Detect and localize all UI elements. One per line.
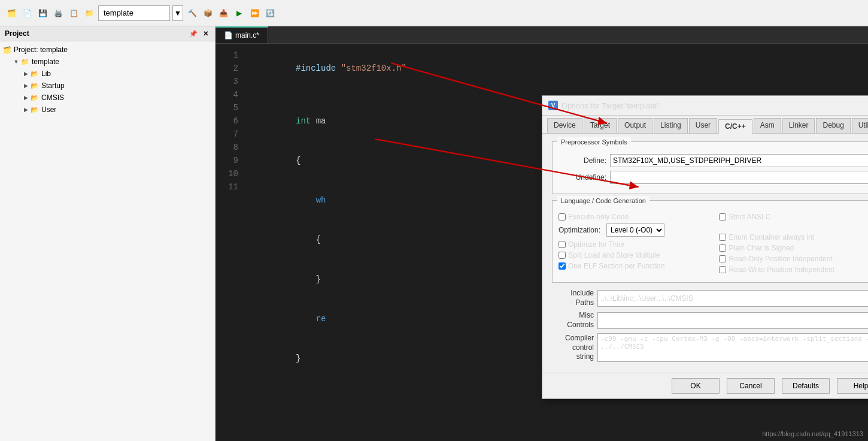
tab-target[interactable]: Target	[584, 118, 617, 133]
dialog-title-text: Options for Target 'template'	[562, 101, 658, 110]
tab-utilities[interactable]: Utilities	[852, 118, 868, 133]
pin-icon[interactable]: 📌	[189, 29, 198, 38]
col-mid: Strict ANSI C Enum Container always int …	[719, 213, 868, 276]
cmsis-folder-icon: 📂	[30, 93, 40, 102]
ok-button[interactable]: OK	[672, 378, 720, 394]
define-input[interactable]	[610, 154, 868, 167]
toolbar-build-icon[interactable]: 🔨	[186, 7, 199, 20]
user-label: User	[41, 105, 56, 114]
tab-output[interactable]: Output	[618, 118, 652, 133]
options-dialog: V Options for Target 'template' ✕ Device…	[542, 95, 868, 399]
tree-user[interactable]: ▶ 📂 User	[2, 104, 213, 116]
toolbar-icon-3[interactable]: 💾	[36, 7, 49, 20]
toolbar-icon-7[interactable]: 📦	[201, 7, 214, 20]
tab-device[interactable]: Device	[547, 118, 582, 133]
toolbar-icon-4[interactable]: 🖨️	[51, 7, 65, 20]
cmsis-expander[interactable]: ▶	[22, 93, 30, 102]
preprocessor-section: Preprocessor Symbols Define: Undefine:	[552, 141, 868, 194]
tab-label: main.c*	[235, 31, 259, 40]
project-title-dropdown[interactable]: ▼	[172, 5, 183, 21]
template-expander[interactable]: ▼	[12, 58, 20, 66]
define-row: Define:	[559, 154, 868, 167]
defaults-button[interactable]: Defaults	[782, 378, 830, 394]
tab-asm[interactable]: Asm	[754, 118, 781, 133]
toolbar-icon-8[interactable]: 📥	[217, 7, 230, 20]
template-folder-icon: 📁	[20, 57, 30, 67]
compiler-control-value: -c99 -gnu -c -cpu Cortex-M3 -g -O0 -apcs…	[597, 333, 868, 362]
tree-template[interactable]: ▼ 📁 template	[2, 56, 213, 68]
tree-project-root[interactable]: 🗂️ Project: template	[2, 44, 213, 56]
watermark: https://blog.csdn.net/qq_41911313	[762, 430, 863, 437]
cb-enum-container: Enum Container always int	[719, 233, 868, 241]
tab-debug[interactable]: Debug	[816, 118, 850, 133]
tree-lib[interactable]: ▶ 📂 Lib	[2, 68, 213, 80]
tab-user[interactable]: User	[689, 118, 717, 133]
strict-ansi-checkbox[interactable]	[719, 213, 726, 220]
execute-only-checkbox[interactable]	[559, 213, 566, 220]
user-folder-icon: 📂	[30, 105, 40, 114]
line-numbers: 1 2 3 4 5 6 7 8 9 10 11	[216, 49, 245, 404]
read-only-label: Read-Only Position Independent	[729, 255, 832, 263]
toolbar-icon-10[interactable]: 🔃	[263, 7, 277, 20]
lib-label: Lib	[41, 70, 51, 78]
cb-split-load: Split Load and Store Multiple	[559, 251, 712, 259]
plain-char-label: Plain Char is Signed	[729, 244, 794, 252]
read-write-checkbox[interactable]	[719, 266, 726, 273]
toolbar-icon-1[interactable]: 🗂️	[5, 7, 18, 20]
lib-folder-icon: 📂	[30, 69, 40, 78]
optimize-time-label: Optimize for Time	[568, 240, 624, 249]
read-only-checkbox[interactable]	[719, 255, 726, 262]
dialog-title-left: V Options for Target 'template'	[548, 101, 658, 110]
toolbar-icon-5[interactable]: 📋	[67, 7, 80, 20]
startup-label: Startup	[41, 81, 65, 90]
undefine-label: Undefine:	[559, 173, 606, 182]
lang-body: Execute-only Code Optimization: Level 0 …	[553, 210, 868, 282]
misc-controls-input[interactable]	[597, 312, 868, 329]
dialog-title-icon: V	[548, 101, 558, 110]
close-panel-icon[interactable]: ✕	[201, 29, 210, 38]
tab-main-c[interactable]: 📄 main.c*	[216, 26, 268, 43]
cancel-button[interactable]: Cancel	[727, 378, 775, 394]
toolbar-icon-6[interactable]: 📁	[83, 7, 96, 20]
tab-cc[interactable]: C/C++	[718, 119, 752, 134]
misc-controls-row: Misc Controls	[552, 311, 868, 330]
compiler-control-label: Compiler control string	[552, 334, 594, 362]
cb-execute-only: Execute-only Code	[559, 213, 712, 221]
cb-read-only: Read-Only Position Independent	[719, 255, 868, 263]
cb-read-write: Read-Write Position Independent	[719, 265, 868, 274]
one-elf-label: One ELF Section per Function	[568, 262, 664, 270]
optimize-time-checkbox[interactable]	[559, 241, 566, 248]
panel-header: Project 📌 ✕	[0, 26, 215, 41]
lib-expander[interactable]: ▶	[22, 70, 30, 78]
tab-linker[interactable]: Linker	[782, 118, 815, 133]
panel-header-icons: 📌 ✕	[189, 29, 210, 38]
cmsis-label: CMSIS	[41, 93, 64, 102]
execute-only-label: Execute-only Code	[568, 213, 629, 221]
enum-container-checkbox[interactable]	[719, 234, 726, 241]
toolbar-icon-9[interactable]: ⏩	[248, 7, 261, 20]
preprocessor-section-title: Preprocessor Symbols	[557, 137, 631, 147]
help-button[interactable]: Help	[837, 378, 868, 394]
tree-startup[interactable]: ▶ 📂 Startup	[2, 80, 213, 92]
plain-char-checkbox[interactable]	[719, 244, 726, 252]
col-left: Execute-only Code Optimization: Level 0 …	[559, 213, 712, 276]
one-elf-checkbox[interactable]	[559, 262, 566, 270]
undefine-row: Undefine:	[559, 171, 868, 184]
cb-strict-ansi: Strict ANSI C	[719, 213, 868, 221]
optimization-select[interactable]: Level 0 (-O0) Level 1 (-O1) Level 2 (-O2…	[606, 223, 664, 237]
user-expander[interactable]: ▶	[22, 105, 30, 114]
startup-expander[interactable]: ▶	[22, 81, 30, 90]
tab-listing[interactable]: Listing	[654, 118, 688, 133]
toolbar-green-arrow[interactable]: ▶	[232, 7, 245, 20]
tree-cmsis[interactable]: ▶ 📂 CMSIS	[2, 92, 213, 104]
startup-folder-icon: 📂	[30, 81, 40, 90]
undefine-input[interactable]	[610, 171, 868, 184]
tab-icon: 📄	[224, 31, 233, 40]
toolbar-icon-2[interactable]: 📄	[20, 7, 34, 20]
strict-ansi-label: Strict ANSI C	[729, 213, 770, 221]
split-load-checkbox[interactable]	[559, 252, 566, 259]
dialog-content: Preprocessor Symbols Define: Undefine:	[542, 134, 868, 373]
three-col: Execute-only Code Optimization: Level 0 …	[559, 213, 868, 276]
compiler-control-row: Compiler control string -c99 -gnu -c -cp…	[552, 333, 868, 362]
template-label: template	[32, 58, 59, 66]
